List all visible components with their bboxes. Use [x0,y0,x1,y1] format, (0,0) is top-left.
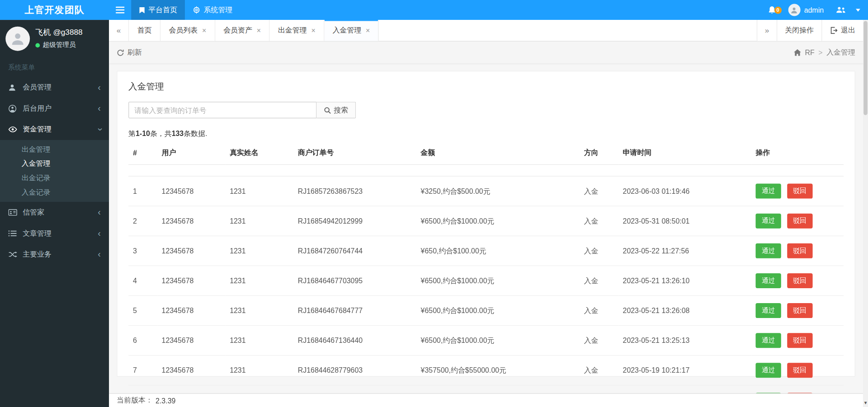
tab-member-assets[interactable]: 会员资产 × [215,20,270,41]
close-icon[interactable]: × [202,26,206,34]
cell-realname: 1231 [225,176,293,206]
cell-realname: 1231 [225,206,293,236]
approve-button[interactable]: 通过 [755,214,781,229]
tab-label: 出金管理 [278,25,307,35]
footer: 当前版本： 2.3.39 [109,393,863,407]
sidebar-menu: 会员管理 ‹ 后台用户 ‹ 资金管理 ‹ [0,77,109,265]
sidebar-item-credit-manager[interactable]: 信管家 ‹ [0,202,109,223]
cell-direction: 入金 [580,356,618,385]
cell-realname: 1231 [225,266,293,295]
scrollbar-thumb[interactable] [863,21,868,115]
user-info: 飞机 @g3888 超级管理员 [35,28,82,50]
scrollbar-down-arrow[interactable]: ▼ [863,401,868,406]
cell-time: 2023-06-03 01:19:46 [618,176,751,206]
table-row: 3 12345678 1231 RJ16847260764744 ¥650,约合… [128,236,844,266]
cell-user: 12345678 [157,266,226,295]
cell-actions: 通过 驳回 [751,326,844,356]
notification-badge: 0 [774,7,782,14]
admin-settings-button[interactable] [829,6,852,14]
sidebar-item-label: 文章管理 [23,229,98,239]
breadcrumb: RF > 入金管理 [794,47,855,57]
breadcrumb-root[interactable]: RF [805,48,814,56]
reject-button[interactable]: 驳回 [787,303,812,318]
deposit-table: # 用户 真实姓名 商户订单号 金额 方向 申请时间 操作 [128,141,844,407]
sidebar-item-article-management[interactable]: 文章管理 ‹ [0,223,109,244]
tabs-scroll-left-button[interactable]: « [109,20,129,41]
col-header-actions: 操作 [751,141,844,164]
user-role-label: 超级管理员 [42,40,75,50]
cell-realname: 1231 [225,236,293,266]
refresh-button[interactable]: 刷新 [117,47,142,57]
sidebar-item-member-management[interactable]: 会员管理 ‹ [0,77,109,98]
sidebar-item-funds-management[interactable]: 资金管理 ‹ [0,119,109,140]
approve-button[interactable]: 通过 [755,273,781,288]
submenu-item-withdraw-records[interactable]: 出金记录 [0,171,109,185]
cell-direction: 入金 [580,206,618,236]
app: 上官开发团队 平台首页 系统管理 0 [0,0,868,407]
reject-button[interactable]: 驳回 [787,363,812,378]
reject-button[interactable]: 驳回 [787,184,812,199]
user-menu[interactable]: admin [783,4,829,16]
submenu-item-deposit-management[interactable]: 入金管理 [0,157,109,171]
close-icon[interactable]: × [257,26,261,34]
order-search-input[interactable] [128,102,316,118]
tab-deposit-management[interactable]: 入金管理 × [324,20,379,41]
cell-realname: 1231 [225,356,293,385]
eye-icon [8,126,18,133]
tab-withdraw-management[interactable]: 出金管理 × [270,20,325,41]
breadcrumb-bar: 刷新 RF > 入金管理 [109,42,863,64]
cell-time: 2023-05-19 10:21:17 [618,356,751,385]
reject-button[interactable]: 驳回 [787,243,812,258]
close-actions-button[interactable]: 关闭操作 [777,20,821,41]
user-circle-icon [8,104,18,112]
page-title: 入金管理 [128,81,844,93]
reject-button[interactable]: 驳回 [787,273,812,288]
close-icon[interactable]: × [366,26,370,34]
cell-direction: 入金 [580,266,618,295]
approve-button[interactable]: 通过 [755,333,781,348]
hamburger-icon [116,6,125,14]
table-row: 4 12345678 1231 RJ16846467703095 ¥6500,约… [128,266,844,295]
cell-order: RJ16847260764744 [293,236,416,266]
tab-member-list[interactable]: 会员列表 × [160,20,215,41]
submenu-item-withdraw-management[interactable]: 出金管理 [0,142,109,157]
approve-button[interactable]: 通过 [755,303,781,318]
breadcrumb-separator: > [818,48,822,56]
page-scrollbar[interactable]: ▼ [863,20,868,407]
submenu-item-deposit-records[interactable]: 入金记录 [0,185,109,200]
nav-item-system-management[interactable]: 系统管理 [185,0,240,20]
logout-button[interactable]: 退出 [821,20,863,41]
reject-button[interactable]: 驳回 [787,333,812,348]
cell-order: RJ16844628779603 [293,356,416,385]
tab-label: 首页 [137,25,152,35]
nav-item-platform-home[interactable]: 平台首页 [131,0,185,20]
avatar [788,4,800,16]
nav-item-label: 系统管理 [204,5,233,15]
col-header-time: 申请时间 [618,141,751,164]
sidebar-item-main-business[interactable]: 主要业务 ‹ [0,244,109,265]
table-row: 1 12345678 1231 RJ16857263867523 ¥3250,约… [128,176,844,206]
chevron-down-icon: ‹ [95,128,104,131]
user-name: 飞机 @g3888 [35,28,82,37]
cell-time: 2023-05-21 13:26:08 [618,295,751,325]
approve-button[interactable]: 通过 [755,363,781,378]
tab-home[interactable]: 首页 [129,20,160,41]
cell-amount: ¥6500,约合$1000.00元 [416,266,580,295]
approve-button[interactable]: 通过 [755,184,781,199]
close-icon[interactable]: × [311,26,315,34]
search-button[interactable]: 搜索 [316,102,356,118]
cell-time: 2023-05-21 13:25:13 [618,326,751,356]
sidebar-toggle-button[interactable] [109,0,131,20]
deposit-panel: 入金管理 搜索 第1-10条，共133条数据. [117,71,855,377]
cell-order: RJ16846467684777 [293,295,416,325]
reject-button[interactable]: 驳回 [787,214,812,229]
cell-index: 5 [128,295,157,325]
sidebar-item-admin-users[interactable]: 后台用户 ‹ [0,98,109,119]
approve-button[interactable]: 通过 [755,243,781,258]
table-row: 6 12345678 1231 RJ16846467136440 ¥6500,约… [128,326,844,356]
brand[interactable]: 上官开发团队 [0,0,109,20]
brand-label: 上官开发团队 [24,4,84,16]
cell-actions: 通过 驳回 [751,206,844,236]
tabs-scroll-right-button[interactable]: » [757,20,777,41]
notifications-button[interactable]: 0 [761,5,783,14]
